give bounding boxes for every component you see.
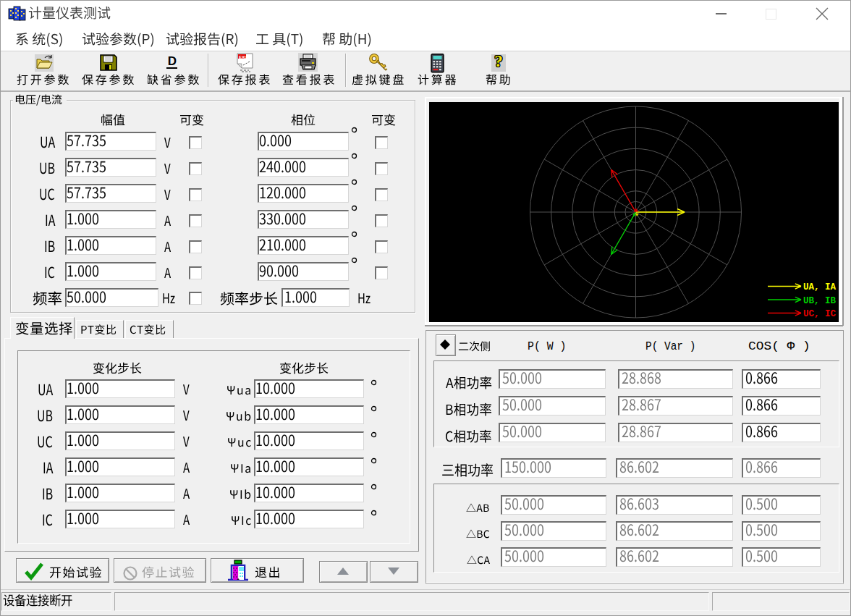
svg-text:UC, IC: UC, IC — [803, 309, 837, 319]
svg-text:UA, IA: UA, IA — [803, 282, 837, 292]
svg-text:EXL: EXL — [239, 55, 247, 59]
svg-text:UB, IB: UB, IB — [803, 296, 837, 306]
